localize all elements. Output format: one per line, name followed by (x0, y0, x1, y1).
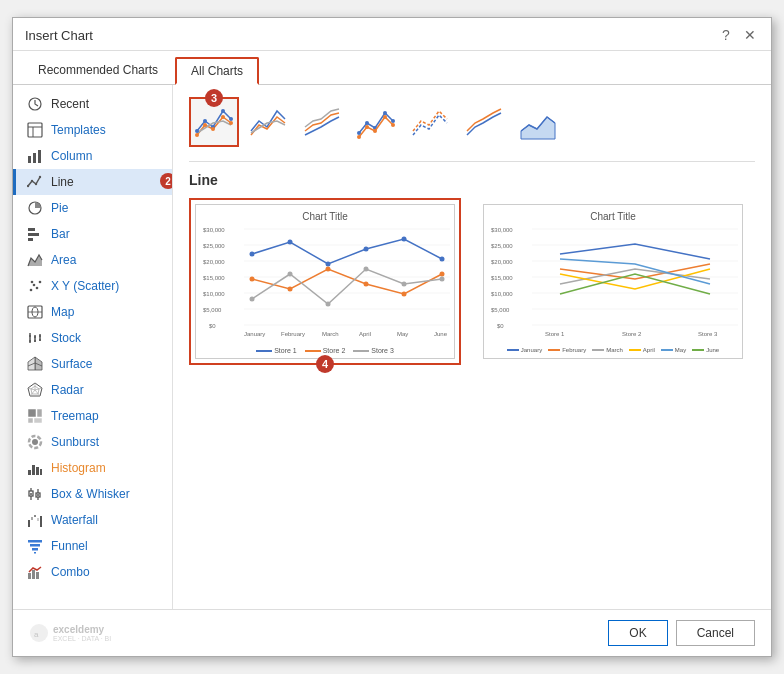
svg-rect-65 (28, 540, 42, 543)
sidebar-item-bar[interactable]: Bar (13, 221, 172, 247)
svg-point-87 (357, 135, 361, 139)
svg-text:$20,000: $20,000 (491, 259, 513, 265)
svg-text:$30,000: $30,000 (491, 227, 513, 233)
svg-point-124 (440, 277, 445, 282)
treemap-icon (27, 408, 43, 424)
sidebar-item-surface[interactable]: Surface (13, 351, 172, 377)
svg-rect-61 (31, 517, 33, 520)
sidebar-item-area-label: Area (51, 253, 76, 267)
chart-icon-line[interactable] (243, 97, 293, 147)
svg-point-85 (383, 111, 387, 115)
svg-text:March: March (322, 331, 339, 337)
svg-point-91 (391, 123, 395, 127)
badge-3: 3 (205, 89, 223, 107)
svg-text:April: April (359, 331, 371, 337)
svg-point-110 (364, 247, 369, 252)
svg-rect-43 (37, 409, 42, 417)
svg-rect-49 (32, 465, 35, 475)
sidebar-item-column[interactable]: Column (13, 143, 172, 169)
svg-rect-66 (30, 544, 40, 547)
sidebar-item-waterfall-label: Waterfall (51, 513, 98, 527)
recent-icon (27, 96, 43, 112)
svg-rect-45 (34, 418, 42, 423)
svg-point-157 (30, 624, 48, 642)
help-button[interactable]: ? (717, 26, 735, 44)
sidebar-item-histogram[interactable]: Histogram (13, 455, 172, 481)
chart-icon-3d-line[interactable] (405, 97, 455, 147)
svg-point-118 (440, 272, 445, 277)
chart-preview-1-title: Chart Title (202, 211, 448, 222)
legend2-mar: March (606, 347, 623, 353)
sidebar: Recent Templates (13, 85, 173, 609)
chart-preview-1[interactable]: Chart Title $30,000 $25,000 $20,000 $15,… (189, 198, 461, 365)
sidebar-item-treemap[interactable]: Treemap (13, 403, 172, 429)
sidebar-item-radar[interactable]: Radar (13, 377, 172, 403)
svg-rect-64 (40, 516, 42, 527)
ok-button[interactable]: OK (608, 620, 667, 646)
sidebar-item-funnel[interactable]: Funnel (13, 533, 172, 559)
svg-point-9 (35, 183, 37, 185)
chart-icon-100-stacked-line[interactable] (351, 97, 401, 147)
svg-point-19 (39, 281, 42, 284)
svg-point-121 (326, 302, 331, 307)
svg-rect-70 (32, 570, 35, 579)
svg-rect-42 (28, 409, 36, 417)
dialog-footer: a exceldemy EXCEL · DATA · BI OK Cancel (13, 609, 771, 656)
sidebar-item-line[interactable]: Line 2 (13, 169, 172, 195)
sidebar-item-stock[interactable]: Stock (13, 325, 172, 351)
svg-text:$15,000: $15,000 (491, 275, 513, 281)
svg-point-107 (250, 252, 255, 257)
titlebar-buttons: ? ✕ (717, 26, 759, 44)
sidebar-item-recent-label: Recent (51, 97, 89, 111)
svg-rect-71 (36, 572, 39, 579)
svg-point-116 (364, 282, 369, 287)
sunburst-icon (27, 434, 43, 450)
line-icon (27, 174, 43, 190)
waterfall-icon (27, 512, 43, 528)
chart-icon-stacked-line[interactable] (297, 97, 347, 147)
chart-type-icon-row: 3 (189, 97, 755, 147)
dialog-body: Recent Templates (13, 85, 771, 609)
svg-point-120 (288, 272, 293, 277)
sidebar-item-pie[interactable]: Pie (13, 195, 172, 221)
area-icon (27, 252, 43, 268)
svg-point-18 (36, 287, 39, 290)
sidebar-item-waterfall[interactable]: Waterfall (13, 507, 172, 533)
svg-point-115 (326, 267, 331, 272)
column-icon (27, 148, 43, 164)
svg-point-46 (32, 439, 38, 445)
sidebar-item-sunburst[interactable]: Sunburst (13, 429, 172, 455)
svg-rect-12 (28, 228, 35, 231)
sidebar-item-combo[interactable]: Combo (13, 559, 172, 585)
sidebar-item-map[interactable]: Map (13, 299, 172, 325)
svg-rect-51 (40, 469, 42, 475)
sidebar-item-templates[interactable]: Templates (13, 117, 172, 143)
tab-recommended[interactable]: Recommended Charts (23, 57, 173, 84)
svg-point-8 (31, 180, 33, 182)
sidebar-item-pie-label: Pie (51, 201, 68, 215)
chart-icon-special[interactable] (513, 97, 563, 147)
close-button[interactable]: ✕ (741, 26, 759, 44)
sidebar-item-histogram-label: Histogram (51, 461, 106, 475)
line-chart-1: $30,000 $25,000 $20,000 $15,000 $10,000 … (202, 224, 450, 342)
svg-point-80 (221, 115, 225, 119)
svg-point-89 (373, 129, 377, 133)
chart-preview-2[interactable]: Chart Title $30,000 $25,000 $20,000 $15,… (477, 198, 749, 365)
logo-name: exceldemy (53, 624, 111, 635)
cancel-button[interactable]: Cancel (676, 620, 755, 646)
section-title: Line (189, 172, 755, 188)
svg-rect-48 (28, 470, 31, 475)
svg-point-114 (288, 287, 293, 292)
svg-point-123 (402, 282, 407, 287)
sidebar-item-recent[interactable]: Recent (13, 91, 172, 117)
sidebar-item-xy-label: X Y (Scatter) (51, 279, 119, 293)
sidebar-item-xy[interactable]: X Y (Scatter) (13, 273, 172, 299)
sidebar-item-area[interactable]: Area (13, 247, 172, 273)
dialog-title: Insert Chart (25, 28, 93, 43)
svg-point-16 (30, 289, 33, 292)
chart-previews: Chart Title $30,000 $25,000 $20,000 $15,… (189, 198, 755, 365)
chart-icon-stacked-markers[interactable] (459, 97, 509, 147)
sidebar-item-boxwhisker[interactable]: Box & Whisker (13, 481, 172, 507)
tab-all-charts[interactable]: All Charts (175, 57, 259, 85)
svg-rect-60 (28, 520, 30, 527)
